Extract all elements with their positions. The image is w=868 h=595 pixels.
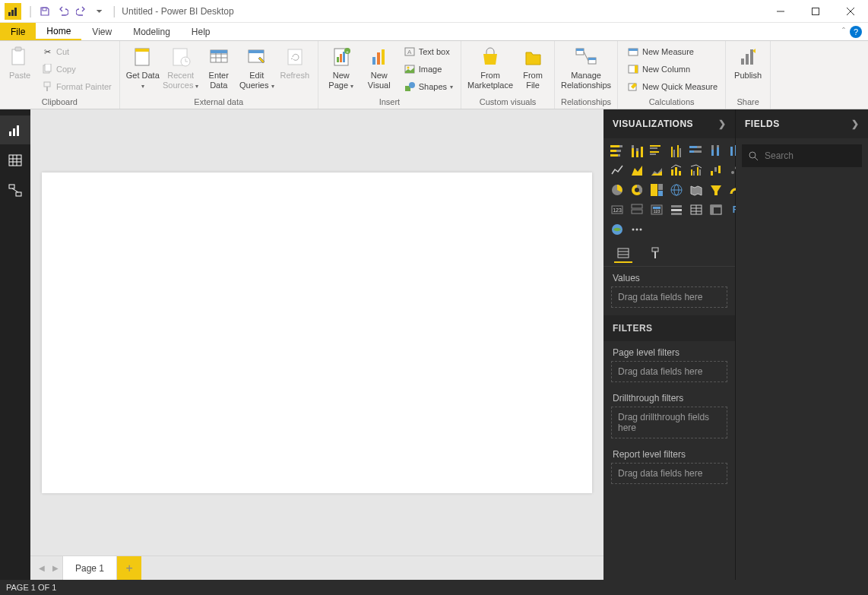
copy-button[interactable]: Copy xyxy=(38,61,115,78)
collapse-ribbon-icon[interactable]: ˆ xyxy=(842,27,845,37)
data-view-button[interactable] xyxy=(0,146,30,175)
donut-chart-icon[interactable] xyxy=(629,182,645,198)
svg-point-145 xyxy=(749,152,756,158)
minimize-button[interactable] xyxy=(763,0,798,23)
cut-button[interactable]: ✂Cut xyxy=(38,43,115,60)
funnel-icon[interactable] xyxy=(708,182,724,198)
manage-relationships-button[interactable]: Manage Relationships xyxy=(559,43,613,90)
recent-sources-button[interactable]: Recent Sources ▾ xyxy=(163,43,199,90)
tab-file[interactable]: File xyxy=(0,23,36,40)
new-page-button[interactable]: +New Page ▾ xyxy=(323,43,360,90)
svg-rect-102 xyxy=(699,169,701,176)
new-quick-measure-button[interactable]: New Quick Measure xyxy=(624,78,721,95)
svg-rect-121 xyxy=(632,210,642,214)
fields-header[interactable]: FIELDS ❯ xyxy=(736,109,868,138)
pie-chart-icon[interactable] xyxy=(610,182,625,198)
add-page-button[interactable]: + xyxy=(117,556,141,581)
format-painter-button[interactable]: Format Painter xyxy=(38,78,115,95)
page-next-button[interactable]: ▶ xyxy=(49,562,62,575)
hundred-stacked-column-icon[interactable] xyxy=(708,143,724,158)
page-tab-1[interactable]: Page 1 xyxy=(62,556,117,581)
file-icon xyxy=(521,45,545,69)
clustered-bar-icon[interactable] xyxy=(649,143,664,158)
custom-visual-more-icon[interactable] xyxy=(629,222,645,237)
report-canvas[interactable] xyxy=(42,172,592,493)
line-chart-icon[interactable] xyxy=(610,163,625,178)
fields-tab[interactable] xyxy=(614,245,632,263)
close-button[interactable] xyxy=(833,0,868,23)
drillthrough-filters-label: Drillthrough filters xyxy=(603,387,735,407)
stacked-area-icon[interactable] xyxy=(649,163,664,178)
search-input[interactable] xyxy=(765,150,856,161)
stacked-bar-icon[interactable] xyxy=(610,143,625,158)
clustered-column-icon[interactable] xyxy=(669,143,684,158)
table-icon[interactable] xyxy=(689,202,704,217)
model-view-button[interactable] xyxy=(0,176,30,205)
new-visual-icon xyxy=(367,45,391,69)
treemap-icon[interactable] xyxy=(649,182,664,198)
edit-queries-button[interactable]: Edit Queries ▾ xyxy=(239,43,275,90)
enter-data-button[interactable]: Enter Data xyxy=(201,43,237,90)
slicer-icon[interactable] xyxy=(669,202,684,217)
report-filters-drop-zone[interactable]: Drag data fields here xyxy=(611,463,727,484)
svg-rect-33 xyxy=(372,57,375,65)
new-measure-button[interactable]: New Measure xyxy=(624,43,721,60)
separator: | xyxy=(29,5,32,18)
svg-rect-83 xyxy=(677,145,679,157)
page-filters-drop-zone[interactable]: Drag data fields here xyxy=(611,361,727,382)
ribbon: Paste ✂Cut Copy Format Painter Clipboard… xyxy=(0,41,868,109)
svg-rect-56 xyxy=(13,128,15,136)
line-clustered-column-icon[interactable] xyxy=(689,163,704,178)
waterfall-icon[interactable] xyxy=(708,163,724,178)
text-box-button[interactable]: AText box xyxy=(401,43,456,60)
image-button[interactable]: Image xyxy=(401,61,456,78)
get-data-button[interactable]: Get Data ▾ xyxy=(125,43,161,90)
brush-icon xyxy=(41,81,53,93)
visualizations-header[interactable]: VISUALIZATIONS ❯ xyxy=(603,109,735,138)
area-chart-icon[interactable] xyxy=(629,163,645,178)
filled-map-icon[interactable] xyxy=(689,182,704,198)
svg-rect-99 xyxy=(691,169,692,176)
save-icon[interactable] xyxy=(38,5,52,18)
multi-row-card-icon[interactable] xyxy=(629,202,645,217)
svg-rect-64 xyxy=(16,192,21,196)
kpi-icon[interactable]: 123 xyxy=(649,202,664,217)
tab-help[interactable]: Help xyxy=(181,23,221,40)
svg-point-41 xyxy=(409,82,415,88)
arcgis-icon[interactable] xyxy=(610,222,625,237)
image-icon xyxy=(404,63,416,75)
tab-home[interactable]: Home xyxy=(36,23,81,40)
maximize-button[interactable] xyxy=(798,0,833,23)
visualization-gallery: 123 123 R xyxy=(603,138,735,240)
refresh-button[interactable]: Refresh xyxy=(277,43,313,81)
publish-button[interactable]: Publish xyxy=(730,43,765,81)
drillthrough-drop-zone[interactable]: Drag drillthrough fields here xyxy=(611,407,727,438)
from-file-button[interactable]: From File xyxy=(516,43,550,90)
values-drop-zone[interactable]: Drag data fields here xyxy=(611,286,727,308)
page-prev-button[interactable]: ◀ xyxy=(35,562,49,575)
report-view-button[interactable] xyxy=(0,116,30,144)
new-column-button[interactable]: New Column xyxy=(624,61,721,78)
from-marketplace-button[interactable]: From Marketplace xyxy=(466,43,515,90)
new-visual-button[interactable]: New Visual xyxy=(361,43,398,90)
shapes-button[interactable]: Shapes ▾ xyxy=(401,78,456,95)
help-icon[interactable]: ? xyxy=(850,26,862,38)
card-icon[interactable]: 123 xyxy=(610,202,625,217)
line-stacked-column-icon[interactable] xyxy=(669,163,684,178)
view-mode-sidebar xyxy=(0,109,30,580)
map-icon[interactable] xyxy=(669,182,684,198)
quick-access-toolbar: ⏷ xyxy=(35,5,109,18)
qat-dropdown-icon[interactable]: ⏷ xyxy=(93,5,106,18)
paste-button[interactable]: Paste xyxy=(5,43,35,81)
tab-view[interactable]: View xyxy=(81,23,122,40)
svg-rect-11 xyxy=(45,64,51,71)
hundred-stacked-bar-icon[interactable] xyxy=(689,143,704,158)
undo-icon[interactable] xyxy=(56,5,70,18)
tab-modeling[interactable]: Modeling xyxy=(122,23,181,40)
format-tab[interactable] xyxy=(646,245,664,263)
fields-search[interactable] xyxy=(742,144,862,167)
separator: | xyxy=(112,5,116,18)
redo-icon[interactable] xyxy=(74,5,88,18)
stacked-column-icon[interactable] xyxy=(629,143,645,158)
matrix-icon[interactable] xyxy=(708,202,724,217)
